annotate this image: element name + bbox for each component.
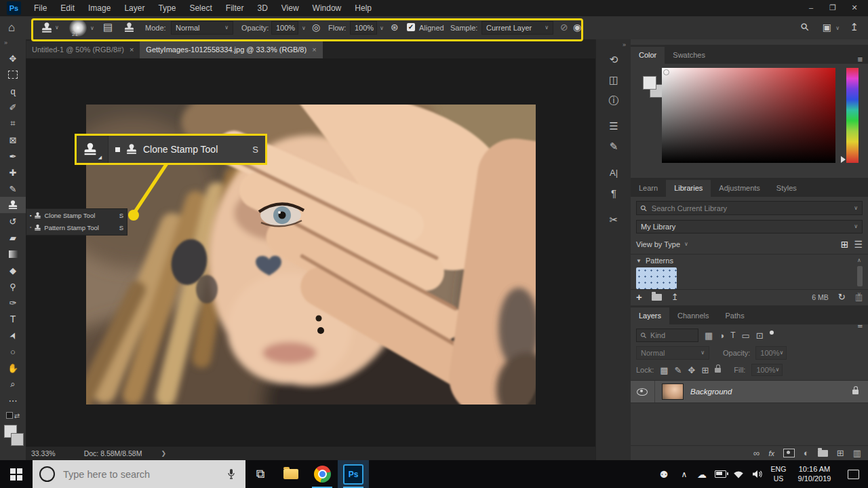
layer-name[interactable]: Background: [690, 388, 732, 396]
chevron-down-icon[interactable]: ∨: [302, 26, 306, 31]
airbrush-icon[interactable]: ⊛: [391, 22, 399, 32]
trash-icon[interactable]: ▥: [855, 293, 863, 302]
flyout-item-clone-stamp[interactable]: ▪ Clone Stamp Tool S: [26, 209, 127, 221]
tab-swatches[interactable]: Swatches: [665, 47, 713, 64]
eyedropper-tool[interactable]: ✒: [0, 148, 26, 164]
tab-layers[interactable]: Layers: [631, 307, 669, 324]
menu-filter[interactable]: Filter: [219, 3, 251, 13]
view-by-type-select[interactable]: View by Type: [636, 240, 680, 248]
home-icon[interactable]: ⌂: [8, 22, 15, 33]
battery-icon[interactable]: [711, 460, 730, 488]
hue-slider-arrow[interactable]: [841, 156, 846, 163]
hue-slider[interactable]: [846, 68, 859, 163]
info-panel-icon[interactable]: ⓘ: [596, 90, 631, 111]
pressure-size-icon[interactable]: ◉: [573, 22, 581, 32]
lasso-tool[interactable]: ɋ: [0, 83, 26, 99]
chevron-down-icon[interactable]: ∨: [380, 26, 384, 31]
taskbar-search[interactable]: [33, 460, 245, 488]
frame-tool[interactable]: ⊠: [0, 132, 26, 148]
color-field[interactable]: [662, 68, 835, 163]
layer-row-background[interactable]: Background: [631, 380, 868, 403]
upload-icon[interactable]: ↥: [671, 292, 679, 302]
collapse-toolbar-icon[interactable]: »: [0, 39, 26, 50]
default-colors-widget[interactable]: ⇄: [0, 409, 26, 422]
more-tools-button[interactable]: ⋯: [0, 392, 26, 409]
speaker-icon[interactable]: [747, 460, 766, 488]
menu-3d[interactable]: 3D: [250, 3, 274, 13]
clone-source-panel-icon[interactable]: ◫: [596, 70, 631, 90]
lock-position-icon[interactable]: ✥: [688, 366, 696, 375]
menu-file[interactable]: File: [27, 3, 54, 13]
onedrive-cloud-icon[interactable]: ☁: [693, 460, 711, 488]
microphone-icon[interactable]: [227, 468, 235, 480]
libraries-scrollbar[interactable]: ∧ ∨: [856, 258, 864, 312]
filtering-toggle-icon[interactable]: [770, 331, 774, 335]
layer-style-fx-icon[interactable]: fx: [768, 449, 774, 457]
start-button[interactable]: [0, 460, 33, 488]
collapse-dock-icon[interactable]: »: [596, 39, 631, 50]
layer-opacity-field[interactable]: 100%∨: [755, 346, 787, 360]
restore-button[interactable]: ❐: [823, 3, 842, 12]
add-layer-mask-icon[interactable]: [783, 449, 795, 457]
path-selection-tool[interactable]: ➤: [0, 327, 26, 343]
lock-all-icon[interactable]: [715, 368, 721, 373]
layer-visibility-eye-icon[interactable]: [637, 388, 648, 396]
search-icon[interactable]: ⚲: [798, 20, 810, 33]
flyout-item-pattern-stamp[interactable]: ˣ Pattern Stamp Tool S: [26, 221, 127, 233]
tab-color[interactable]: Color: [631, 47, 665, 64]
dodge-tool[interactable]: ⚲: [0, 278, 26, 295]
menu-layer[interactable]: Layer: [117, 3, 151, 13]
new-layer-icon[interactable]: ⊞: [837, 449, 844, 457]
type-tool[interactable]: T: [0, 311, 26, 327]
ignore-adjustment-layers-icon[interactable]: ⊘: [560, 22, 568, 32]
zoom-level-field[interactable]: 33.33%: [31, 449, 56, 457]
menu-select[interactable]: Select: [182, 3, 218, 13]
menu-image[interactable]: Image: [81, 3, 117, 13]
filter-shape-layers-icon[interactable]: ▭: [742, 331, 750, 340]
show-hidden-icons-chevron[interactable]: ∧: [675, 460, 693, 488]
delete-layer-icon[interactable]: ▥: [853, 449, 861, 457]
tab-adjustments[interactable]: Adjustments: [711, 180, 768, 197]
opacity-field[interactable]: 100%: [271, 21, 298, 35]
lock-paint-icon[interactable]: ✎: [675, 366, 682, 375]
filter-adjustment-layers-icon[interactable]: ◑: [719, 331, 724, 340]
flow-field[interactable]: 100%: [350, 21, 377, 35]
task-view-button[interactable]: ⧉: [245, 460, 275, 488]
menu-edit[interactable]: Edit: [54, 3, 81, 13]
sync-icon[interactable]: ↻: [838, 292, 846, 302]
add-item-icon[interactable]: +: [636, 291, 642, 303]
tab-paths[interactable]: Paths: [717, 307, 753, 324]
share-icon[interactable]: ↥: [850, 22, 859, 32]
filter-smart-object-icon[interactable]: ⊡: [756, 331, 764, 340]
list-view-icon[interactable]: ☰: [854, 239, 863, 250]
chrome-button[interactable]: [307, 460, 338, 488]
zoom-tool[interactable]: ⌕: [0, 376, 26, 392]
document-tab-untitled[interactable]: Untitled-1 @ 50% (RGB/8#)×: [26, 41, 140, 58]
tab-learn[interactable]: Learn: [631, 180, 666, 197]
layer-fill-field[interactable]: 100%∨: [751, 364, 783, 376]
lock-artboard-icon[interactable]: ⊞: [701, 366, 709, 375]
tool-presets-panel-icon[interactable]: ✂: [596, 210, 631, 230]
brush-tool[interactable]: ✎: [0, 181, 26, 197]
menu-window[interactable]: Window: [306, 3, 349, 13]
foreground-color-swatch[interactable]: [643, 76, 656, 90]
chevron-down-icon[interactable]: ∨: [835, 26, 840, 31]
workspace-icon[interactable]: ▣: [823, 22, 831, 32]
filter-pixel-layers-icon[interactable]: ▦: [705, 331, 713, 340]
move-tool[interactable]: ✥: [0, 50, 26, 67]
pattern-thumbnail[interactable]: [636, 267, 677, 289]
people-icon[interactable]: ⚉: [652, 460, 675, 488]
history-brush-tool[interactable]: ↺: [0, 213, 26, 229]
character-panel-icon[interactable]: A|: [596, 162, 631, 183]
tab-channels[interactable]: Channels: [669, 307, 717, 324]
healing-brush-tool[interactable]: ✚: [0, 164, 26, 181]
sample-select[interactable]: Current Layer∨: [481, 21, 553, 35]
gradient-tool[interactable]: [0, 246, 26, 262]
tab-libraries[interactable]: Libraries: [666, 180, 711, 197]
blur-tool[interactable]: ◆: [0, 262, 26, 278]
menu-view[interactable]: View: [275, 3, 306, 13]
layer-thumbnail[interactable]: [662, 383, 684, 400]
library-select[interactable]: My Library ∨: [636, 220, 863, 233]
grid-view-icon[interactable]: ⊞: [841, 239, 849, 250]
aligned-checkbox[interactable]: ✓: [407, 23, 415, 31]
